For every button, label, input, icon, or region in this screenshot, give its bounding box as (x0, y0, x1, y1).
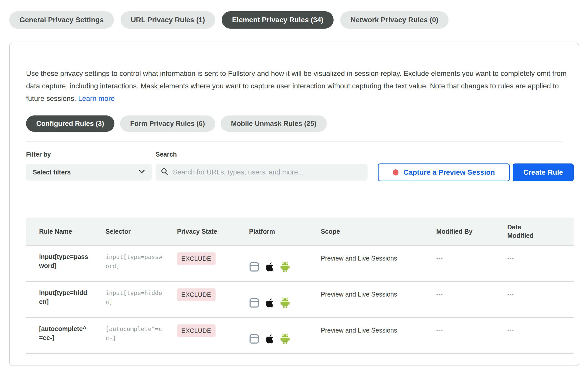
create-rule-label: Create Rule (523, 168, 563, 176)
rule-name: [autocomplete^=cc-] (39, 324, 90, 353)
col-modified-by: Modified By (436, 228, 507, 235)
search-label: Search (156, 151, 368, 158)
tab-general-privacy-settings[interactable]: General Privacy Settings (9, 11, 114, 29)
col-privacy-state: Privacy State (177, 228, 249, 235)
platform-icons (249, 253, 321, 281)
browser-icon (249, 262, 259, 273)
rule-date-modified: --- (507, 327, 574, 353)
filter-select-value: Select filters (33, 169, 71, 176)
apple-icon (265, 262, 274, 273)
tab-network-privacy-rules[interactable]: Network Privacy Rules (0) (340, 11, 449, 29)
privacy-state-badge: EXCLUDE (177, 288, 216, 301)
chevron-down-icon (138, 169, 145, 175)
col-date-modified: Date Modified (507, 223, 574, 240)
subtab-mobile-unmask-rules[interactable]: Mobile Unmask Rules (25) (221, 115, 327, 132)
record-dot-icon (393, 169, 398, 175)
browser-icon (249, 334, 259, 345)
col-platform: Platform (249, 228, 321, 235)
apple-icon (265, 334, 274, 345)
table-controls: Filter by Select filters Search (26, 151, 562, 184)
capture-preview-session-label: Capture a Preview Session (404, 168, 495, 176)
filter-select[interactable]: Select filters (26, 164, 152, 181)
browser-icon (249, 298, 259, 309)
col-rule-name: Rule Name (39, 228, 105, 235)
table-header-row: Rule Name Selector Privacy State Platfor… (26, 218, 574, 245)
subtab-configured-rules[interactable]: Configured Rules (3) (26, 115, 114, 132)
rule-name: input[type=hidden] (39, 288, 90, 317)
privacy-state-badge: EXCLUDE (177, 324, 216, 337)
privacy-state-badge: EXCLUDE (177, 252, 216, 265)
table-row[interactable]: input[type=password] input[type=password… (26, 245, 574, 281)
section-divider (26, 141, 562, 142)
table-bottom-border (26, 353, 574, 354)
tab-url-privacy-rules[interactable]: URL Privacy Rules (1) (121, 11, 215, 29)
apple-icon (265, 298, 274, 309)
platform-icons (249, 289, 321, 317)
rule-name: input[type=password] (39, 252, 90, 281)
filter-group: Filter by Select filters (26, 151, 152, 181)
rule-selector: [autocomplete^=cc-] (105, 324, 163, 353)
search-icon (161, 168, 169, 177)
rule-scope: Preview and Live Sessions (321, 255, 436, 281)
col-scope: Scope (321, 228, 436, 235)
rule-date-modified: --- (507, 291, 574, 317)
create-rule-button[interactable]: Create Rule (513, 163, 574, 181)
filter-by-label: Filter by (26, 151, 152, 158)
platform-icons (249, 325, 321, 353)
rule-selector: input[type=hidden] (105, 288, 163, 317)
android-icon (280, 262, 290, 273)
privacy-settings-tabs: General Privacy Settings URL Privacy Rul… (0, 0, 588, 29)
table-row[interactable]: [autocomplete^=cc-] [autocomplete^=cc-] … (26, 317, 574, 353)
rule-scope: Preview and Live Sessions (321, 327, 436, 353)
col-selector: Selector (105, 228, 177, 235)
android-icon (280, 298, 290, 309)
element-privacy-rules-panel: Use these privacy settings to control wh… (9, 43, 579, 366)
privacy-rules-table: Rule Name Selector Privacy State Platfor… (26, 218, 574, 354)
rules-subtabs: Configured Rules (3) Form Privacy Rules … (26, 115, 562, 132)
table-row[interactable]: input[type=hidden] input[type=hidden] EX… (26, 281, 574, 317)
tab-element-privacy-rules[interactable]: Element Privacy Rules (34) (222, 11, 334, 29)
android-icon (280, 334, 290, 345)
learn-more-link[interactable]: Learn more (78, 95, 115, 102)
search-box (156, 164, 368, 181)
rule-scope: Preview and Live Sessions (321, 291, 436, 317)
rule-modified-by: --- (436, 291, 507, 317)
capture-preview-session-button[interactable]: Capture a Preview Session (378, 163, 510, 181)
privacy-description: Use these privacy settings to control wh… (26, 67, 573, 105)
search-group: Search (156, 151, 368, 181)
rule-modified-by: --- (436, 327, 507, 353)
subtab-form-privacy-rules[interactable]: Form Privacy Rules (6) (120, 115, 215, 132)
search-input[interactable] (173, 168, 362, 176)
rule-modified-by: --- (436, 255, 507, 281)
rule-date-modified: --- (507, 255, 574, 281)
rule-selector: input[type=password] (105, 252, 163, 281)
